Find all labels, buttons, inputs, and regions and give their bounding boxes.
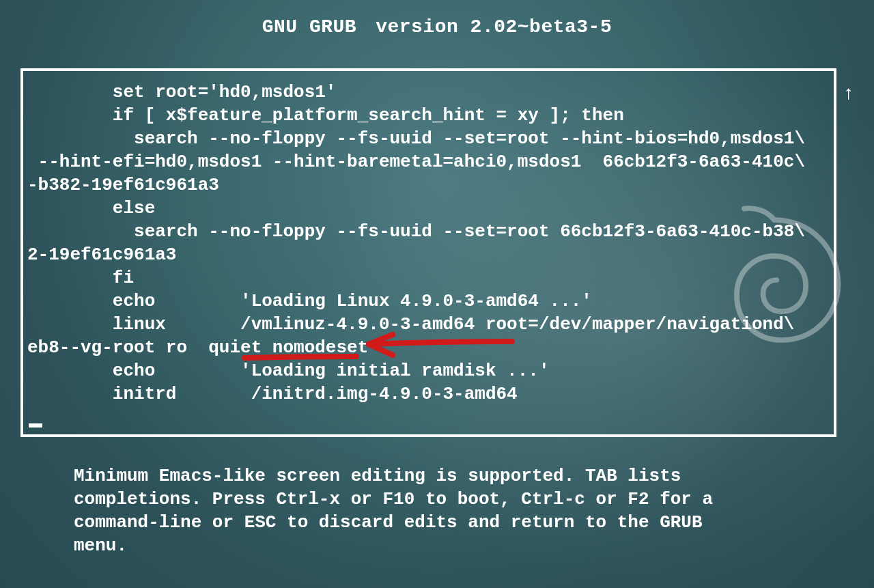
grub-editor[interactable]: ↑ set root='hd0,msdos1' if [ x$feature_p…: [20, 68, 836, 437]
grub-header: GNU GRUBversion 2.02~beta3-5: [0, 16, 874, 38]
scroll-up-indicator: ↑: [843, 83, 854, 104]
grub-product: GNU GRUB: [262, 16, 356, 38]
text-cursor: [29, 423, 42, 428]
grub-help-text: Minimum Emacs-like screen editing is sup…: [74, 464, 798, 557]
editor-content[interactable]: set root='hd0,msdos1' if [ x$feature_pla…: [27, 81, 830, 406]
grub-version: version 2.02~beta3-5: [376, 16, 612, 38]
